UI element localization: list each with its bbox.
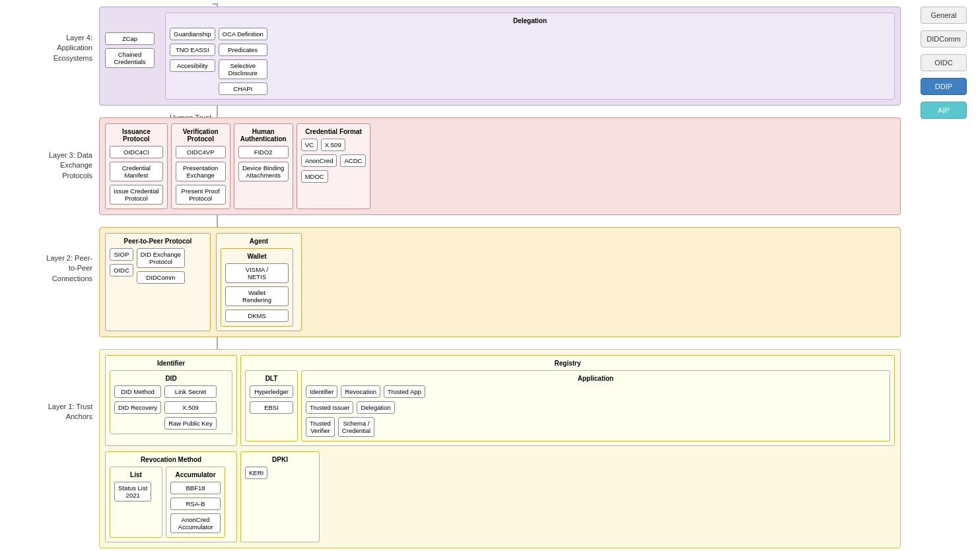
chip-ebsi: EBSI [250, 401, 293, 414]
chip-anoncred-acc: AnonCredAccumulator [170, 513, 221, 533]
chip-issue-credential: Issue CredentialProtocol [110, 185, 163, 205]
chip-didcomm-p2p: DIDComm [137, 271, 185, 284]
chip-hyperledger: Hyperledger [250, 385, 293, 398]
didcomm-button[interactable]: DIDComm [921, 30, 967, 48]
p2p-title: Peer-to-Peer Protocol [110, 238, 206, 245]
ddip-button[interactable]: DDIP [921, 78, 967, 95]
chip-chained-cred: ChainedCredentials [105, 48, 155, 68]
chip-zcap: ZCap [105, 32, 155, 45]
chip-schema-credential: Schema /Credential [338, 417, 374, 437]
chip-rsa-b: RSA-B [170, 498, 221, 510]
chip-keri: KERI [245, 467, 267, 479]
oidc-button[interactable]: OIDC [921, 54, 967, 71]
chip-anoncred: AnonCred [301, 154, 337, 167]
revocation-method-title: Revocation Method [110, 456, 232, 463]
chip-presentation-exchange: PresentationExchange [176, 162, 226, 181]
application-title: Application [306, 375, 886, 382]
identifier-title: Identifier [110, 360, 232, 367]
chip-did-exchange: DID ExchangeProtocol [137, 248, 185, 268]
chip-link-secret: Link Secret [164, 385, 217, 398]
chip-trusted-verifier: TrustedVerifier [306, 417, 335, 437]
chip-dkms: DKMS [225, 309, 289, 322]
chip-bbf18: BBF18 [170, 482, 221, 494]
dlt-title: DLT [250, 375, 293, 382]
agent-title: Agent [221, 238, 297, 245]
chip-tno-eassi: TNO EASSI [170, 44, 215, 56]
general-button[interactable]: General [921, 7, 967, 24]
chip-credential-manifest: CredentialManifest [110, 162, 163, 181]
chip-device-binding: Device BindingAttachments [238, 162, 289, 181]
chip-guardianship: Guardianship [170, 28, 215, 40]
chip-revocation: Revocation [341, 385, 380, 398]
chip-mdoc: MDOC [301, 170, 328, 183]
issuance-title: IssuanceProtocol [110, 128, 163, 143]
list-title: List [114, 471, 158, 478]
chip-chapi: CHAPI [219, 82, 267, 95]
did-title: DID [114, 375, 228, 382]
chip-trusted-issuer: Trusted Issuer [306, 401, 353, 414]
chip-did-method: DID Method [114, 385, 161, 398]
wallet-title: Wallet [225, 253, 289, 260]
chip-selective-disc: SelectiveDisclosure [219, 59, 267, 79]
chip-siop: SIOP [110, 248, 133, 261]
chip-x509-1: X.509 [321, 139, 345, 151]
chip-oidc4ci: OIDC4CI [110, 146, 163, 158]
chip-visma: VISMA /NETIS [225, 263, 289, 283]
chip-x509-2: X.509 [164, 401, 217, 414]
chip-predicates: Predicates [219, 44, 267, 56]
chip-status-list: Status List2021 [114, 482, 151, 502]
chip-delegation-reg: Delegation [357, 401, 394, 414]
credential-format-title: Credential Format [301, 128, 367, 135]
chip-identifier: Identifier [306, 385, 337, 398]
chip-accessibility: Accesibility [170, 59, 215, 72]
dpki-title: DPKI [245, 456, 315, 463]
chip-oidc4vp: OIDC4VP [176, 146, 226, 158]
aip-button[interactable]: AIP [921, 102, 967, 119]
delegation-title: Delegation [170, 17, 890, 24]
verification-title: VerificationProtocol [176, 128, 226, 143]
chip-wallet-rendering: WalletRendering [225, 286, 289, 306]
chip-did-recovery: DID Recovery [114, 401, 161, 414]
chip-present-proof: Present ProofProtocol [176, 185, 226, 205]
chip-trusted-app: Trusted App [384, 385, 425, 398]
chip-fido2: FIDO2 [238, 146, 289, 158]
chip-vc: VC [301, 139, 318, 151]
human-auth-title: HumanAuthentication [238, 128, 289, 143]
registry-title: Registry [245, 360, 890, 367]
chip-acdc: ACDC [340, 154, 366, 167]
chip-oidc-p2p: OIDC [110, 264, 133, 276]
chip-raw-public-key: Raw Public Key [164, 417, 217, 430]
accumulator-title: Accumulator [170, 471, 221, 478]
chip-oca-def: OCA Definition [219, 28, 267, 40]
